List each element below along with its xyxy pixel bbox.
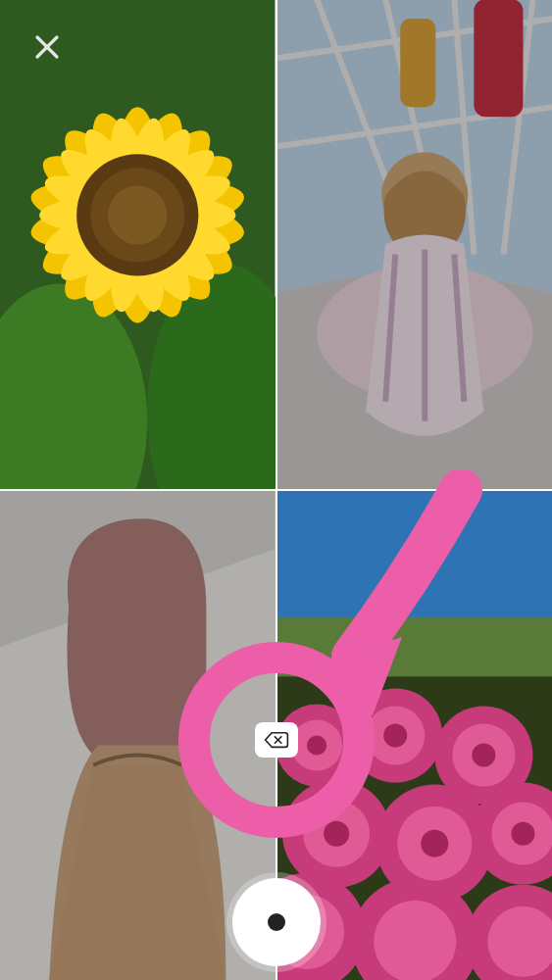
svg-point-23 <box>108 185 167 244</box>
shutter-inner-icon <box>268 913 285 931</box>
svg-rect-31 <box>474 0 523 117</box>
svg-point-66 <box>511 822 534 846</box>
photo-cell-1[interactable] <box>277 0 553 489</box>
svg-line-28 <box>503 0 532 255</box>
svg-point-59 <box>374 901 456 980</box>
svg-line-25 <box>317 0 415 255</box>
svg-point-62 <box>383 723 407 747</box>
svg-point-61 <box>307 736 326 756</box>
photo-pink-flowers <box>277 491 553 980</box>
delete-button[interactable] <box>255 722 298 758</box>
svg-line-26 <box>385 0 444 255</box>
photo-sunflower <box>0 0 276 489</box>
svg-point-63 <box>472 744 495 767</box>
shutter-button[interactable] <box>232 878 321 966</box>
svg-point-33 <box>317 265 532 402</box>
svg-rect-32 <box>400 19 435 107</box>
close-button[interactable] <box>27 27 67 67</box>
svg-line-37 <box>454 255 464 402</box>
svg-line-30 <box>277 107 553 146</box>
photo-grid <box>0 0 552 980</box>
backspace-x-icon <box>264 729 289 751</box>
svg-point-65 <box>421 830 448 858</box>
svg-point-34 <box>381 152 468 238</box>
close-icon <box>32 32 62 62</box>
photo-ferris-wheel <box>277 0 553 489</box>
svg-line-27 <box>454 0 474 255</box>
photo-cell-0[interactable] <box>0 0 276 489</box>
svg-line-35 <box>385 255 395 402</box>
svg-point-64 <box>324 821 349 847</box>
photo-cell-3[interactable] <box>277 491 553 980</box>
svg-line-29 <box>277 19 553 58</box>
svg-rect-24 <box>277 0 553 489</box>
